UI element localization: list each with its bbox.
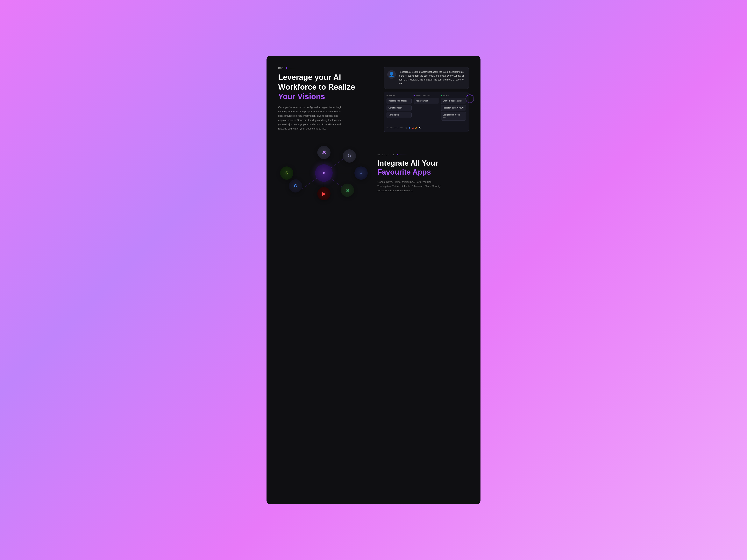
spoke-top: ✕ — [317, 146, 331, 159]
integrate-dot — [397, 154, 398, 155]
spoke-bottom-right: ◉ — [341, 184, 354, 197]
integrate-label: INTERGRATE — [378, 153, 469, 156]
right-column: 👤 Research & create a twitter post about… — [384, 67, 469, 132]
spoke-left-icon: S — [285, 170, 288, 176]
top-section: USE Leverage your AI Workforce to Realiz… — [278, 67, 469, 132]
inprogress-title: IN-PROGRESS — [416, 95, 431, 97]
col-header-todo: TODO — [387, 95, 412, 97]
avatar: 👤 — [387, 70, 396, 79]
spoke-right: ⟡ — [355, 166, 368, 180]
spoke-bottom: ▶ — [317, 187, 331, 200]
connected-label: Connected to: — [387, 127, 404, 129]
conn-icon-b: ■ — [409, 126, 410, 129]
kanban-card-measure: Measure post impact — [387, 98, 412, 104]
conn-icon-x: ✕ — [419, 126, 421, 129]
bottom-section: ✦ ✕ ↻ ⟡ ◉ ▶ G — [278, 144, 469, 202]
conn-icon-a: A — [415, 126, 417, 129]
kanban-col-todo: TODO Measure post impact Generate report… — [387, 95, 412, 122]
chat-text: Research & create a twitter post about t… — [398, 70, 465, 85]
headline-line1: Leverage your AI — [278, 73, 372, 82]
use-description: Once you've selected or configured an ag… — [278, 105, 344, 131]
spoke-right-icon: ⟡ — [360, 170, 363, 176]
integrate-column: INTERGRATE Integrate All Your Favourite … — [378, 153, 469, 192]
hub-icon: ✦ — [322, 170, 326, 176]
integrate-description: Google Drive, Figma, Midjourney, Sora, Y… — [378, 180, 443, 193]
spinner-animation — [465, 95, 474, 103]
done-dot — [441, 95, 442, 96]
kanban-card-post-twitter: Post to Twitter — [414, 98, 439, 104]
headline-purple: Your Visions — [278, 92, 372, 101]
spoke-top-right: ↻ — [343, 149, 356, 163]
integrate-text: INTERGRATE — [378, 153, 395, 156]
use-dot — [286, 67, 287, 69]
done-title: DONE — [443, 95, 449, 97]
spoke-bottom-icon: ▶ — [322, 191, 326, 196]
kanban-card-research: Research latest AI news — [441, 105, 466, 111]
left-column: USE Leverage your AI Workforce to Realiz… — [278, 67, 372, 131]
kanban-col-done: DONE Create & assign tasks Research late… — [441, 95, 466, 122]
col-header-done: DONE — [441, 95, 466, 97]
kanban-board: TODO Measure post impact Generate report… — [384, 91, 469, 132]
connected-icons: T ■ G A ✕ — [405, 126, 421, 129]
kanban-col-inprogress: IN-PROGRESS Post to Twitter — [414, 95, 439, 122]
user-icon: 👤 — [389, 72, 394, 77]
kanban-columns: TODO Measure post impact Generate report… — [387, 95, 466, 122]
spoke-top-icon: ✕ — [322, 149, 326, 156]
connected-row: Connected to: T ■ G A ✕ — [387, 124, 466, 129]
todo-title: TODO — [389, 95, 395, 97]
spoke-bottom-left: G — [289, 179, 302, 192]
integrate-line1: Integrate All Your — [378, 159, 469, 168]
integrate-line — [400, 155, 408, 155]
conn-icon-g: G — [412, 126, 414, 129]
kanban-card-generate: Generate report — [387, 105, 412, 111]
spoke-bottomleft-icon: G — [294, 183, 297, 188]
main-card: USE Leverage your AI Workforce to Realiz… — [266, 56, 481, 504]
spoke-topright-icon: ↻ — [347, 153, 351, 159]
spoke-left: S — [280, 166, 293, 180]
inprogress-dot — [414, 95, 415, 96]
integrate-headline: Integrate All Your Favourite Apps — [378, 159, 469, 177]
spinner-circle — [465, 95, 474, 103]
integrate-word-apps: Apps — [412, 168, 431, 176]
todo-dot — [387, 95, 388, 96]
chat-bubble: 👤 Research & create a twitter post about… — [384, 67, 469, 89]
col-header-inprogress: IN-PROGRESS — [414, 95, 439, 97]
hub-center: ✦ — [315, 164, 333, 182]
spoke-bottomright-icon: ◉ — [346, 188, 349, 192]
use-text: USE — [278, 67, 284, 69]
integration-visual: ✦ ✕ ↻ ⟡ ◉ ▶ G — [278, 144, 369, 202]
conn-icon-t: T — [405, 126, 407, 129]
headline-line2: Workforce to Realize — [278, 82, 372, 91]
integrate-line2: Favourite Apps — [378, 168, 469, 177]
headline: Leverage your AI Workforce to Realize Yo… — [278, 73, 372, 101]
kanban-card-send: Send report — [387, 112, 412, 118]
integrate-word-favourite: Favourite — [378, 168, 411, 176]
use-label: USE — [278, 67, 372, 69]
kanban-card-design: Design social media post — [441, 112, 466, 121]
kanban-card-create-assign: Create & assign tasks — [441, 98, 466, 104]
